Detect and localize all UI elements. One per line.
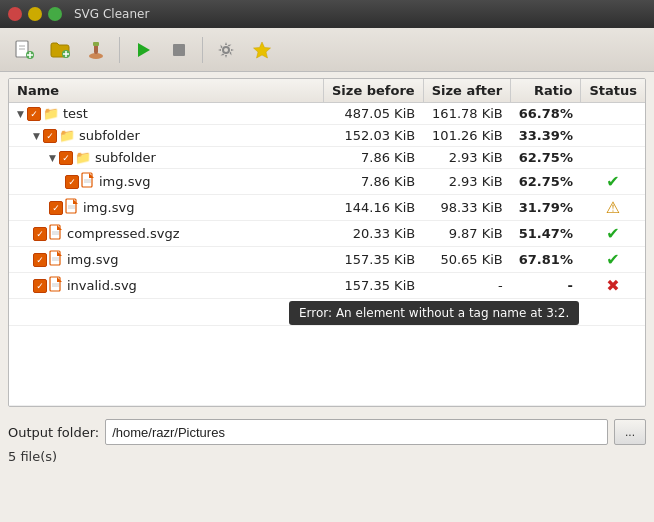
empty-space — [9, 326, 645, 406]
tooltip-cell: Error: An element without a tag name at … — [9, 299, 645, 326]
output-path-input[interactable] — [105, 419, 608, 445]
settings-button[interactable] — [210, 34, 242, 66]
toolbar — [0, 28, 654, 72]
svg-point-14 — [223, 47, 229, 53]
row-size-before: 7.86 KiB — [324, 169, 424, 195]
toolbar-separator-2 — [202, 37, 203, 63]
folder-icon: 📁 — [43, 106, 59, 121]
col-header-ratio[interactable]: Ratio — [511, 79, 581, 103]
row-size-after: 50.65 KiB — [423, 247, 511, 273]
row-size-before: 20.33 KiB — [324, 221, 424, 247]
row-status — [581, 103, 645, 125]
settings-icon — [215, 39, 237, 61]
play-icon — [132, 39, 154, 61]
table-row[interactable]: ▼✓📁subfolder152.03 KiB101.26 KiB33.39% — [9, 125, 645, 147]
row-checkbox[interactable]: ✓ — [49, 201, 63, 215]
status-label: 5 file(s) — [8, 449, 646, 464]
row-checkbox[interactable]: ✓ — [65, 175, 79, 189]
status-check-icon: ✔ — [606, 224, 619, 243]
add-file-button[interactable] — [8, 34, 40, 66]
stop-icon — [168, 39, 190, 61]
row-size-before: 7.86 KiB — [324, 147, 424, 169]
error-tooltip: Error: An element without a tag name at … — [289, 301, 579, 325]
output-row: Output folder: ... — [8, 419, 646, 445]
row-name: subfolder — [95, 150, 156, 165]
stop-button[interactable] — [163, 34, 195, 66]
svg-rect-13 — [173, 44, 185, 56]
folder-icon: 📁 — [59, 128, 75, 143]
folder-icon: 📁 — [75, 150, 91, 165]
status-check-icon: ✔ — [606, 250, 619, 269]
add-folder-icon — [49, 39, 71, 61]
minimize-button[interactable] — [28, 7, 42, 21]
table-body: ▼✓📁test487.05 KiB161.78 KiB66.78%▼✓📁subf… — [9, 103, 645, 406]
file-icon — [65, 198, 79, 217]
table-row[interactable]: ▼✓📁subfolder7.86 KiB2.93 KiB62.75% — [9, 147, 645, 169]
table-row[interactable]: ✓invalid.svg157.35 KiB--✖ — [9, 273, 645, 299]
tree-arrow[interactable]: ▼ — [33, 131, 40, 141]
svg-marker-15 — [254, 42, 271, 58]
table-row[interactable]: ✓img.svg144.16 KiB98.33 KiB31.79%⚠ — [9, 195, 645, 221]
row-name: compressed.svgz — [67, 226, 180, 241]
table-row[interactable]: ✓compressed.svgz20.33 KiB9.87 KiB51.47%✔ — [9, 221, 645, 247]
file-table: Name Size before Size after Ratio Status… — [9, 79, 645, 406]
tree-arrow[interactable]: ▼ — [49, 153, 56, 163]
row-checkbox[interactable]: ✓ — [33, 253, 47, 267]
tooltip-row: Error: An element without a tag name at … — [9, 299, 645, 326]
col-header-size-after[interactable]: Size after — [423, 79, 511, 103]
row-name: invalid.svg — [67, 278, 137, 293]
col-header-name[interactable]: Name — [9, 79, 324, 103]
browse-button[interactable]: ... — [614, 419, 646, 445]
maximize-button[interactable] — [48, 7, 62, 21]
row-status: ✔ — [581, 169, 645, 195]
row-size-before: 157.35 KiB — [324, 247, 424, 273]
row-size-after: 161.78 KiB — [423, 103, 511, 125]
row-ratio: 67.81% — [511, 247, 581, 273]
col-header-size-before[interactable]: Size before — [324, 79, 424, 103]
table-row[interactable]: ▼✓📁test487.05 KiB161.78 KiB66.78% — [9, 103, 645, 125]
clean-button[interactable] — [80, 34, 112, 66]
row-checkbox[interactable]: ✓ — [33, 227, 47, 241]
row-name: subfolder — [79, 128, 140, 143]
row-checkbox[interactable]: ✓ — [33, 279, 47, 293]
row-ratio: 66.78% — [511, 103, 581, 125]
file-icon — [81, 172, 95, 191]
status-warn-icon: ⚠ — [606, 198, 620, 217]
row-status — [581, 147, 645, 169]
file-icon — [49, 276, 63, 295]
row-status — [581, 125, 645, 147]
row-size-before: 152.03 KiB — [324, 125, 424, 147]
table-header-row: Name Size before Size after Ratio Status — [9, 79, 645, 103]
row-status: ✖ — [581, 273, 645, 299]
clean-icon — [85, 39, 107, 61]
output-label: Output folder: — [8, 425, 99, 440]
row-name: test — [63, 106, 88, 121]
row-checkbox[interactable]: ✓ — [59, 151, 73, 165]
row-checkbox[interactable]: ✓ — [27, 107, 41, 121]
add-file-icon — [13, 39, 35, 61]
svg-rect-11 — [93, 42, 99, 46]
row-size-after: 9.87 KiB — [423, 221, 511, 247]
close-button[interactable] — [8, 7, 22, 21]
col-header-status[interactable]: Status — [581, 79, 645, 103]
table-row[interactable]: ✓img.svg157.35 KiB50.65 KiB67.81%✔ — [9, 247, 645, 273]
start-button[interactable] — [127, 34, 159, 66]
add-folder-button[interactable] — [44, 34, 76, 66]
tree-arrow[interactable]: ▼ — [17, 109, 24, 119]
donate-button[interactable] — [246, 34, 278, 66]
row-ratio: 62.75% — [511, 169, 581, 195]
row-name: img.svg — [83, 200, 134, 215]
table-row[interactable]: ✓img.svg7.86 KiB2.93 KiB62.75%✔ — [9, 169, 645, 195]
row-size-before: 157.35 KiB — [324, 273, 424, 299]
star-icon — [251, 39, 273, 61]
bottom-area: Output folder: ... 5 file(s) — [0, 413, 654, 468]
row-checkbox[interactable]: ✓ — [43, 129, 57, 143]
file-icon — [49, 224, 63, 243]
row-size-after: 101.26 KiB — [423, 125, 511, 147]
row-size-after: 2.93 KiB — [423, 147, 511, 169]
status-check-icon: ✔ — [606, 172, 619, 191]
row-status: ⚠ — [581, 195, 645, 221]
row-name: img.svg — [99, 174, 150, 189]
titlebar: SVG Cleaner — [0, 0, 654, 28]
svg-marker-12 — [138, 43, 150, 57]
